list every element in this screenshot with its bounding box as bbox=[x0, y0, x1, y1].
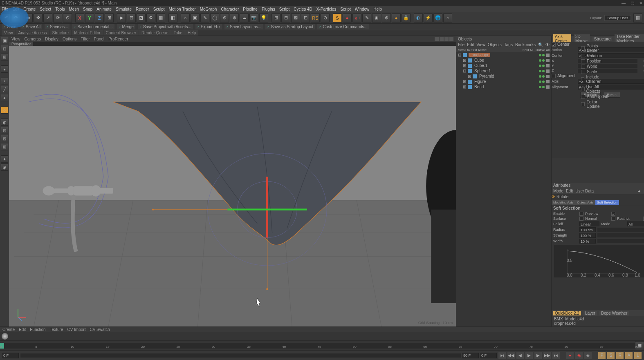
picture-viewer[interactable]: 🖼 bbox=[137, 13, 146, 22]
visibility-editor-dot[interactable] bbox=[539, 65, 541, 67]
ttab-1[interactable]: Analyse Access bbox=[16, 30, 49, 36]
timeline-ruler[interactable]: 051015202530354045505560657075808590 bbox=[0, 343, 635, 349]
mograph-icon4[interactable]: ⊡ bbox=[301, 13, 310, 22]
object-tag[interactable] bbox=[546, 54, 550, 57]
ts-6[interactable]: Export Fbx bbox=[195, 24, 222, 29]
menu-tools[interactable]: Tools bbox=[55, 7, 65, 11]
make-editable[interactable]: ◧ bbox=[168, 13, 177, 22]
tree-toggle[interactable]: ⊞ bbox=[463, 79, 466, 84]
check-5[interactable] bbox=[581, 77, 584, 81]
tweak-mode[interactable]: ✦ bbox=[1, 155, 8, 163]
object-tag[interactable] bbox=[546, 80, 550, 83]
ttab-6[interactable]: Take bbox=[171, 30, 185, 36]
tree-toggle[interactable]: ⊟ bbox=[458, 53, 461, 57]
visibility-editor-dot[interactable] bbox=[539, 75, 541, 78]
x-axis-toggle[interactable]: X bbox=[75, 13, 84, 22]
menu-pipeline[interactable]: Pipeline bbox=[243, 7, 258, 11]
object-name-label[interactable]: Cube bbox=[473, 58, 485, 63]
rotate-tool[interactable]: ⟳ bbox=[53, 13, 62, 22]
viewport-perspective-tab[interactable]: Perspective bbox=[9, 42, 33, 46]
null-object[interactable]: ○ bbox=[181, 13, 190, 22]
play-forward-button[interactable]: ▶ bbox=[525, 352, 533, 359]
check-1[interactable] bbox=[581, 54, 585, 58]
key-pla-button[interactable]: L bbox=[634, 352, 642, 359]
deformer[interactable]: ⊛ bbox=[230, 13, 239, 22]
light-object[interactable]: 💡 bbox=[259, 13, 268, 22]
obj-row-figure[interactable]: ⊞Figure bbox=[456, 79, 551, 84]
object-name-label[interactable]: Bend bbox=[473, 85, 485, 89]
objects-search-icon[interactable]: 🔍 bbox=[538, 42, 543, 47]
soft-selection-toggle[interactable]: ◉ bbox=[1, 163, 8, 171]
strength-slider[interactable] bbox=[597, 233, 644, 237]
obj-row-cube[interactable]: ⊞Cube bbox=[456, 58, 551, 63]
menu-script[interactable]: Script bbox=[340, 7, 351, 11]
tree-toggle[interactable]: ⊞ bbox=[468, 74, 471, 78]
width-slider[interactable] bbox=[597, 239, 644, 243]
objmenu-view[interactable]: View bbox=[476, 42, 485, 47]
generator[interactable]: ⊚ bbox=[220, 13, 229, 22]
vpmenu-view[interactable]: View bbox=[11, 37, 20, 41]
record-button[interactable]: ● bbox=[566, 352, 574, 359]
plugin-red[interactable]: ● bbox=[343, 13, 352, 22]
frame-current-field[interactable] bbox=[480, 353, 497, 358]
model-mode[interactable]: ▣ bbox=[1, 37, 8, 44]
falloff-curve-graph[interactable]: 0.5 0.0 0.2 0.4 0.6 0.8 1.0 bbox=[554, 245, 644, 277]
next-frame-button[interactable]: ▶ bbox=[534, 352, 542, 359]
render-queue-icon[interactable]: ▦ bbox=[156, 13, 165, 22]
center-checkbox[interactable]: ✓ bbox=[552, 42, 556, 47]
visibility-render-dot[interactable] bbox=[542, 65, 545, 67]
object-name-label[interactable]: Figure bbox=[473, 79, 487, 84]
tab-dope[interactable]: Dope Weather bbox=[599, 311, 629, 315]
scroll-first-active[interactable]: Scroll to First Active bbox=[458, 48, 487, 52]
texture-mode[interactable]: ⊡ bbox=[1, 45, 8, 52]
check-4[interactable] bbox=[581, 70, 585, 74]
ts-7[interactable]: Save Layout as... bbox=[224, 24, 263, 29]
object-tag[interactable] bbox=[546, 64, 550, 67]
obj-row-cube-1[interactable]: ⊞Cube.1 bbox=[456, 63, 551, 68]
ts-5[interactable]: Save Project with Assets... bbox=[138, 24, 193, 29]
key-pos-button[interactable]: P bbox=[598, 352, 606, 359]
object-mode[interactable]: ● bbox=[1, 65, 8, 73]
cycles-icon4[interactable]: ○ bbox=[443, 13, 452, 22]
key-param-button[interactable]: A bbox=[625, 352, 633, 359]
check-6[interactable] bbox=[581, 87, 585, 91]
spline-primitive[interactable]: ◯ bbox=[210, 13, 219, 22]
visibility-editor-dot[interactable] bbox=[539, 86, 541, 88]
menu-mograph[interactable]: MoGraph bbox=[200, 7, 217, 11]
tab-soft-selection[interactable]: Soft Selection bbox=[595, 200, 619, 205]
frame-start-field[interactable] bbox=[2, 353, 19, 358]
plugin-s[interactable]: S bbox=[333, 13, 342, 22]
normal-check[interactable] bbox=[611, 217, 615, 221]
check-3[interactable] bbox=[581, 65, 585, 69]
key-rot-button[interactable]: R bbox=[616, 352, 624, 359]
ttab-5[interactable]: Render Queue bbox=[139, 30, 171, 36]
surface-check[interactable] bbox=[579, 217, 583, 221]
move-tool[interactable]: ✥ bbox=[34, 13, 43, 22]
menu-render[interactable]: Render bbox=[136, 7, 149, 11]
visibility-render-dot[interactable] bbox=[542, 59, 545, 62]
object-tag[interactable] bbox=[546, 69, 550, 73]
menu-motion-tracker[interactable]: Motion Tracker bbox=[169, 7, 196, 11]
ttab-4[interactable]: Content Browser bbox=[103, 30, 139, 36]
fold-all[interactable]: Fold All bbox=[523, 48, 533, 52]
plugin-lock[interactable]: 🔒 bbox=[402, 13, 411, 22]
menu-character[interactable]: Character bbox=[221, 7, 239, 11]
menu-animate[interactable]: Animate bbox=[96, 7, 112, 11]
radius-input[interactable]: 100 cm bbox=[579, 227, 596, 232]
objects-eye-icon[interactable]: 👁 bbox=[545, 42, 550, 47]
object-name-label[interactable]: Sphere.1 bbox=[473, 69, 492, 73]
prev-frame-button[interactable]: ◀ bbox=[516, 352, 524, 359]
mograph-icon6[interactable]: ⊙ bbox=[321, 13, 330, 22]
object-tag[interactable] bbox=[546, 59, 550, 62]
menu-window[interactable]: Window bbox=[355, 7, 370, 11]
viewport-zoom-icon[interactable] bbox=[440, 37, 444, 41]
object-name-label[interactable]: Landscape bbox=[469, 53, 490, 57]
mograph-cloner[interactable]: ⊞ bbox=[272, 13, 280, 22]
layout-menu-icon[interactable]: ▦ bbox=[633, 13, 642, 22]
menu-create[interactable]: Create bbox=[23, 7, 36, 11]
vpmenu-cameras[interactable]: Cameras bbox=[25, 37, 41, 41]
falloff-dropdown[interactable]: Linear bbox=[579, 221, 599, 226]
plugin-tag[interactable]: 🏷 bbox=[352, 13, 361, 22]
ttab-2[interactable]: Structure bbox=[50, 30, 72, 36]
render-view[interactable]: ▶ bbox=[117, 13, 126, 22]
